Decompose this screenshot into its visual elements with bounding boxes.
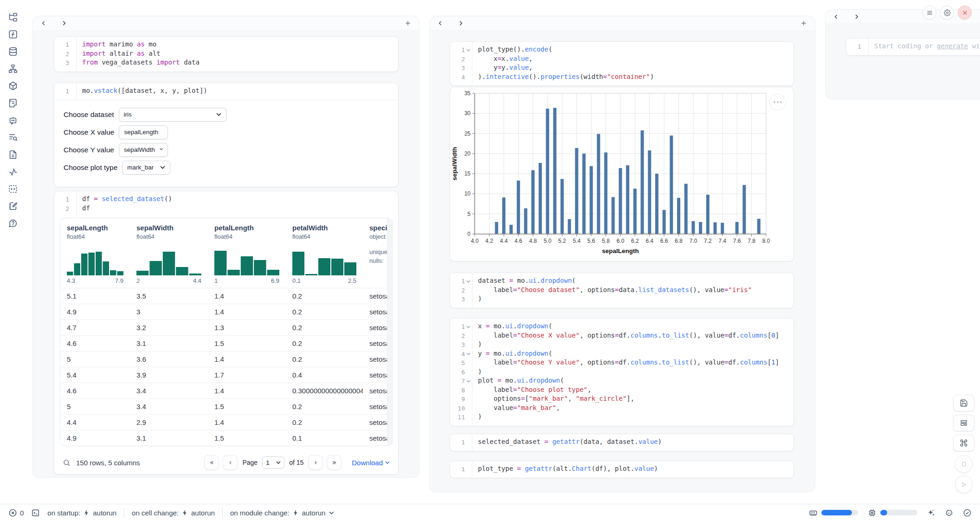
runmode-2[interactable]: on cell change:autorun [132,509,215,517]
code-editor[interactable]: 1234567891011x = mo.ui.dropdown( label="… [450,319,793,426]
dropdown-select-3[interactable]: sepalWidth [119,143,168,157]
chart-menu-button[interactable] [769,94,786,111]
check-circle-icon[interactable] [963,508,972,517]
code-editor[interactable]: 123import marimo as moimport altair as a… [54,37,398,72]
code-line[interactable]: mo.vstack([dataset, x, y, plot]) [82,87,393,96]
code-line[interactable]: plot = mo.ui.dropdown( [478,377,788,386]
prev-page-button[interactable]: ‹ [223,455,238,470]
page-select[interactable]: 1 [262,456,284,469]
database-icon[interactable] [8,46,18,57]
code-line[interactable]: selected_dataset = getattr(data, dataset… [478,438,788,447]
fold-chevron-icon[interactable] [465,280,472,283]
code-editor[interactable]: 1selected_dataset = getattr(data, datase… [450,434,793,451]
fold-chevron-icon[interactable] [465,352,472,355]
error-indicator[interactable]: 0 [8,508,24,517]
code-line[interactable]: df = selected_dataset() [82,195,393,204]
column-header[interactable]: petalWidthfloat640.12.5 [286,218,363,288]
next-page-button[interactable]: › [308,455,323,470]
fold-chevron-icon[interactable] [465,49,472,52]
code-line[interactable]: value="mark_bar", [478,404,788,413]
code-editor[interactable]: 1plot_type = getattr(alt.Chart(df), plot… [450,461,793,478]
runmode-3[interactable]: on module change:autorun [230,509,334,517]
table-row[interactable]: 4.931.40.2setosa [60,304,392,319]
fold-chevron-icon[interactable] [465,380,472,383]
table-row[interactable]: 53.61.40.2setosa [60,351,392,367]
bot-message-icon[interactable] [8,115,18,125]
column-header[interactable]: petalLengthfloat6416.9 [208,218,286,288]
command-palette-button[interactable] [953,435,974,451]
table-row[interactable]: 5.13.51.40.2setosa [60,288,392,304]
table-row[interactable]: 4.63.11.50.2setosa [60,335,392,351]
column-histogram[interactable] [136,247,201,275]
chevron-right-icon[interactable] [458,20,464,26]
code-editor[interactable]: 123dataset = mo.ui.dropdown( label="Choo… [450,273,793,308]
chevron-left-icon[interactable] [437,20,444,26]
code-line[interactable]: plot_type = getattr(alt.Chart(df), plot.… [478,465,788,474]
stop-button[interactable] [955,455,973,473]
cpu-usage-meter[interactable] [868,508,917,517]
message-question-icon[interactable] [8,218,18,228]
code-line[interactable]: label="Choose Y value", options=df.colum… [478,358,788,368]
code-line[interactable]: ) [478,368,788,377]
cell-dataframe[interactable]: 12df = selected_dataset()df sepalLengthf… [54,191,399,475]
chevron-right-icon[interactable] [853,13,860,20]
column-histogram[interactable] [67,247,123,275]
download-button[interactable]: Download [352,459,390,467]
code-line[interactable]: x=x.value, [478,55,788,64]
code-line[interactable]: y = mo.ui.dropdown( [478,350,788,359]
code-line[interactable]: df [82,204,393,214]
cell-plot-encode[interactable]: 1234plot_type().encode( x=x.value, y=y.v… [450,41,794,86]
dropdown-select-1[interactable]: iris [119,108,226,122]
dropdown-select-2[interactable]: sepalLength [119,125,168,139]
chevron-left-icon[interactable] [833,13,839,20]
table-row[interactable]: 5.43.91.70.4setosa [60,367,392,383]
table-row[interactable]: 4.93.11.50.1setosa [60,430,392,446]
package-icon[interactable] [8,81,18,91]
sparkles-icon[interactable] [927,508,935,517]
code-editor[interactable]: 12df = selected_dataset()df [54,191,398,217]
chevron-left-icon[interactable] [40,20,47,26]
layout-toggle-button[interactable] [953,415,974,431]
code-line[interactable]: Start coding or generate with AI [874,42,980,52]
code-editor[interactable]: 1mo.vstack([dataset, x, y, plot]) [54,83,398,100]
first-page-button[interactable]: « [204,455,219,470]
fold-chevron-icon[interactable] [465,326,472,328]
code-editor[interactable]: 1234plot_type().encode( x=x.value, y=y.v… [450,42,793,85]
code-line[interactable]: options=["mark_bar", "mark_circle"], [478,395,788,404]
cell-selected-dataset[interactable]: 1selected_dataset = getattr(data, datase… [450,434,794,451]
code-line[interactable]: from vega_datasets import data [82,59,393,68]
table-row[interactable]: 4.42.91.40.2setosa [60,414,392,430]
file-tree-icon[interactable] [8,12,18,22]
code-line[interactable]: ) [478,295,788,304]
text-search-icon[interactable] [8,132,18,143]
code-line[interactable]: label="Choose dataset", options=data.lis… [478,286,788,295]
code-editor[interactable]: 1Start coding or generate with AI [846,39,980,55]
cell-imports[interactable]: 123import marimo as moimport altair as a… [54,36,399,72]
code-line[interactable]: import marimo as mo [82,40,393,50]
add-cell-icon[interactable] [404,20,412,27]
code-line[interactable]: y=y.value, [478,64,788,73]
code-line[interactable]: ) [478,340,788,350]
code-block-icon[interactable] [8,184,18,194]
column-histogram[interactable] [292,247,356,275]
code-line[interactable]: dataset = mo.ui.dropdown( [478,277,788,286]
cell-vstack[interactable]: 1mo.vstack([dataset, x, y, plot]) Choose… [54,83,399,187]
activity-icon[interactable] [8,167,18,177]
last-page-button[interactable]: » [327,455,342,470]
table-row[interactable]: 4.63.41.40.30000000000000004setosa [60,383,392,398]
code-line[interactable]: ).interactive().properties(width="contai… [478,73,788,82]
network-icon[interactable] [8,64,18,74]
code-line[interactable]: ) [478,413,788,422]
table-row[interactable]: 53.41.50.2setosa [60,398,392,414]
runmode-1[interactable]: on startup:autorun [47,509,116,517]
cell-dataset-dropdown[interactable]: 123dataset = mo.ui.dropdown( label="Choo… [450,273,794,308]
function-square-icon[interactable] [8,29,18,39]
table-scrollbar[interactable] [387,218,392,446]
chevron-right-icon[interactable] [61,20,67,26]
cell-xyplot-dropdowns[interactable]: 1234567891011x = mo.ui.dropdown( label="… [450,318,794,426]
column-histogram[interactable] [214,247,279,275]
file-text-icon[interactable] [8,150,18,160]
column-header[interactable]: sepalWidthfloat6424.4 [130,218,208,288]
code-line[interactable]: label="Choose X value", options=df.colum… [478,332,788,341]
terminal-button[interactable] [31,508,40,517]
